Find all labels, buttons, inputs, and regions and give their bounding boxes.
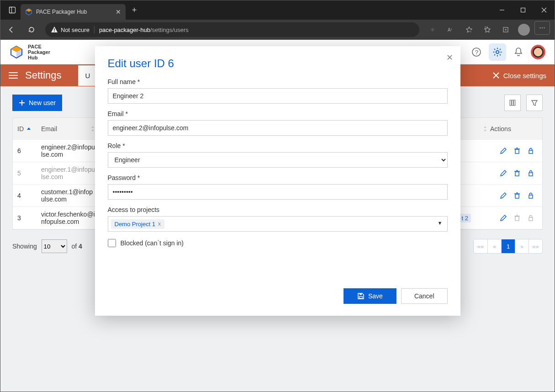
browser-window: PACE Packager Hub ✕ + Not secure pace-pa…: [0, 0, 555, 392]
modal-footer: Save Cancel: [108, 288, 448, 304]
not-secure-label: Not secure: [61, 26, 90, 33]
app-viewport: PACEPackagerHub ? Settings U Close setti…: [0, 40, 555, 392]
project-tag[interactable]: Demo Project 1 x: [111, 219, 165, 229]
modal-close-button[interactable]: ✕: [446, 53, 453, 63]
label-full-name: Full name *: [108, 78, 448, 85]
nav-refresh-button[interactable]: [22, 21, 41, 39]
label-role: Role *: [108, 142, 448, 149]
url-box[interactable]: Not secure pace-packager-hub/settings/us…: [45, 22, 419, 37]
save-icon: [357, 292, 365, 300]
svg-marker-3: [26, 9, 32, 12]
blocked-label: Blocked (can`t sign in): [121, 239, 184, 247]
svg-rect-59: [359, 294, 362, 295]
read-aloud-button[interactable]: A⁾: [442, 21, 460, 38]
svg-text:+: +: [470, 30, 472, 33]
tab-overview-button[interactable]: [4, 2, 21, 18]
svg-rect-9: [54, 31, 55, 32]
tag-remove-icon[interactable]: x: [158, 221, 161, 227]
browser-titlebar: PACE Packager Hub ✕ +: [0, 0, 555, 20]
url-text: pace-packager-hub/settings/users: [99, 26, 189, 33]
label-password: Password *: [108, 174, 448, 181]
role-select[interactable]: Engineer: [108, 152, 448, 168]
browser-addressbar: Not secure pace-packager-hub/settings/us…: [0, 20, 555, 40]
modal-overlay: ✕ Edit user ID 6 Full name * Email * Rol…: [0, 40, 555, 392]
svg-rect-0: [10, 7, 16, 13]
label-access: Access to projects: [108, 206, 448, 213]
svg-rect-58: [359, 297, 362, 298]
svg-rect-8: [54, 28, 55, 31]
project-tag-label: Demo Project 1: [115, 221, 156, 228]
password-input[interactable]: [108, 184, 448, 200]
blocked-checkbox[interactable]: [108, 239, 116, 247]
not-secure-indicator[interactable]: Not secure: [51, 26, 95, 33]
enter-immersive-button[interactable]: [424, 21, 441, 38]
browser-tab[interactable]: PACE Packager Hub ✕: [21, 4, 126, 20]
window-controls: [492, 2, 555, 18]
favorites-star-button[interactable]: +: [460, 21, 478, 38]
tab-title: PACE Packager Hub: [36, 9, 112, 15]
favorites-list-button[interactable]: [479, 21, 496, 38]
nav-back-button[interactable]: [2, 21, 21, 39]
profile-button[interactable]: [515, 21, 533, 38]
warning-icon: [51, 26, 58, 33]
svg-rect-5: [521, 8, 525, 12]
window-minimize-button[interactable]: [492, 2, 513, 18]
new-tab-button[interactable]: +: [127, 3, 141, 17]
profile-avatar-icon: [518, 24, 530, 36]
edit-user-modal: ✕ Edit user ID 6 Full name * Email * Rol…: [95, 46, 460, 316]
tab-favicon-icon: [25, 8, 32, 16]
cancel-button[interactable]: Cancel: [401, 288, 448, 304]
svg-text:A⁾: A⁾: [448, 27, 452, 32]
collections-button[interactable]: [497, 21, 514, 38]
browser-more-button[interactable]: ···: [534, 21, 550, 35]
browser-toolbar-icons: A⁾ + ···: [424, 21, 553, 38]
save-button[interactable]: Save: [344, 288, 396, 304]
tab-close-icon[interactable]: ✕: [116, 8, 121, 16]
window-maximize-button[interactable]: [513, 2, 534, 18]
blocked-checkbox-row[interactable]: Blocked (can`t sign in): [108, 239, 448, 247]
label-email: Email *: [108, 110, 448, 117]
access-projects-select[interactable]: Demo Project 1 x: [108, 216, 448, 232]
svg-rect-1: [10, 7, 12, 13]
full-name-input[interactable]: [108, 88, 448, 104]
modal-title: Edit user ID 6: [108, 57, 448, 70]
tab-strip: PACE Packager Hub ✕ +: [0, 0, 141, 20]
save-label: Save: [368, 292, 383, 300]
window-close-button[interactable]: [534, 2, 555, 18]
email-input[interactable]: [108, 120, 448, 136]
